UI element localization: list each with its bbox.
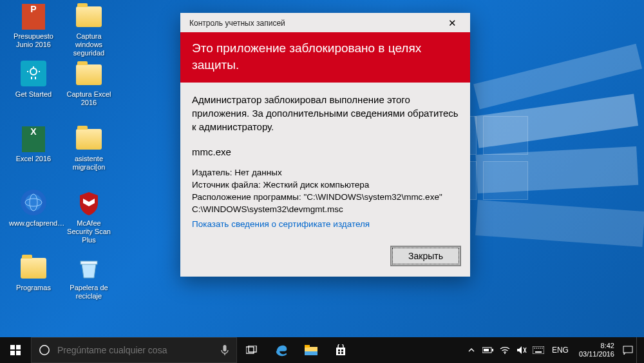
icon-label: Captura windows seguridad [64,32,113,57]
desktop-icon-excel[interactable]: XExcel 2016 [9,126,58,163]
folder-icon [21,258,46,279]
system-tray: ENG 8:42 03/11/2016 [463,337,644,363]
desktop-icon-papelera[interactable]: Papelera de reciclaje [64,255,113,300]
close-icon: ✕ [448,17,457,29]
desktop-icon-presupuesto[interactable]: PPresupuesto Junio 2016 [9,4,58,49]
desktop-icon-captura-excel[interactable]: Captura Excel 2016 [64,62,113,107]
svg-rect-21 [305,351,317,355]
task-view-icon [246,346,258,355]
svg-rect-25 [338,352,340,354]
svg-rect-23 [338,349,340,351]
desktop-icon-mcafee[interactable]: McAfee Security Scan Plus [64,191,113,244]
svg-rect-34 [535,351,542,353]
folder-icon [76,129,102,150]
origin-label: Источник файла: [192,180,261,190]
uac-block-dialog: Контроль учетных записей ✕ Это приложени… [180,13,470,277]
svg-point-37 [538,348,539,349]
location-label: Расположение программы: [192,192,301,202]
folder-icon [76,64,102,85]
desktop-icon-captura-seg[interactable]: Captura windows seguridad [64,4,113,57]
clock-date: 03/11/2016 [579,350,614,358]
svg-rect-11 [16,345,21,349]
desktop-icon-programas[interactable]: Programas [9,255,58,292]
getstarted-icon [21,61,46,86]
svg-rect-33 [533,346,544,354]
desktop-icon-getstarted[interactable]: Get Started [9,62,58,99]
svg-point-35 [534,348,535,349]
edge-icon [274,343,289,357]
taskbar-store[interactable] [326,337,355,363]
taskbar-edge[interactable] [267,337,296,363]
dialog-metadata: Издатель: Нет данных Источник файла: Жес… [192,166,459,230]
svg-point-0 [30,68,37,75]
icon-label: www.gcfaprend… [9,219,58,228]
svg-rect-24 [341,349,343,351]
mcafee-shield-icon [78,191,100,217]
microphone-icon[interactable] [213,344,236,356]
folder-icon [76,6,102,27]
dialog-title: Контроль учетных записей [189,19,285,28]
globe-icon [21,190,46,215]
svg-point-14 [40,346,49,355]
cortana-icon [32,344,57,356]
taskbar-file-explorer[interactable] [296,337,326,363]
search-input[interactable] [57,345,213,355]
icon-label: Programas [9,284,58,292]
dialog-titlebar[interactable]: Контроль учетных записей ✕ [180,13,470,32]
icon-label: Presupuesto Junio 2016 [9,32,58,49]
close-button[interactable]: Закрыть [390,246,461,266]
desktop-icon-asistente[interactable]: asistente migraci[on [64,126,113,172]
svg-point-39 [542,348,543,349]
svg-rect-9 [80,261,97,264]
tray-wifi-icon[interactable] [497,337,513,363]
task-view-button[interactable] [237,337,267,363]
icon-label: Papelera de reciclaje [64,284,113,300]
store-icon [335,344,346,356]
svg-rect-10 [10,345,15,349]
powerpoint-icon: P [22,4,45,30]
certificate-info-link[interactable]: Показать сведения о сертификате издателя [192,218,370,230]
dialog-close-button[interactable]: ✕ [439,15,465,31]
clock[interactable]: 8:42 03/11/2016 [574,342,620,358]
svg-rect-15 [223,345,227,351]
svg-rect-28 [492,349,493,351]
svg-point-36 [536,348,537,349]
icon-label: McAfee Security Scan Plus [64,219,113,244]
language-indicator[interactable]: ENG [547,346,574,355]
dialog-exe-name: mmc.exe [192,145,459,159]
svg-point-6 [25,194,42,211]
tray-keyboard-icon[interactable] [530,337,547,363]
icon-label: Get Started [9,90,58,99]
dialog-headline: Это приложение заблокировано в целях защ… [192,41,421,72]
file-explorer-icon [305,345,317,355]
taskbar: ENG 8:42 03/11/2016 [0,337,644,363]
dialog-headline-band: Это приложение заблокировано в целях защ… [180,32,470,83]
svg-rect-40 [623,346,632,353]
tray-battery-icon[interactable] [480,337,497,363]
svg-rect-13 [16,351,21,355]
svg-rect-29 [484,349,489,351]
svg-rect-26 [341,352,343,354]
svg-point-38 [540,348,541,349]
windows-logo-icon [10,345,21,355]
action-center-icon[interactable] [620,337,636,363]
tray-chevron-up-icon[interactable] [463,337,480,363]
excel-icon: X [22,126,45,152]
icon-label: Captura Excel 2016 [64,90,113,107]
dialog-message: Администратор заблокировал выполнение эт… [192,93,459,133]
tray-volume-icon[interactable] [513,337,530,363]
svg-rect-20 [305,345,310,348]
cortana-search[interactable] [31,337,237,363]
desktop-icon-gcf[interactable]: www.gcfaprend… [9,191,58,228]
clock-time: 8:42 [579,342,614,350]
icon-label: Excel 2016 [9,155,58,163]
svg-rect-12 [10,351,15,355]
show-desktop-button[interactable] [636,337,640,363]
recycle-bin-icon [77,256,101,280]
svg-rect-22 [336,348,345,355]
icon-label: asistente migraci[on [64,155,113,172]
origin-value: Жесткий диск компьютера [263,180,369,190]
start-button[interactable] [0,337,31,363]
publisher-label: Издатель: [192,168,232,177]
svg-point-30 [504,353,506,354]
